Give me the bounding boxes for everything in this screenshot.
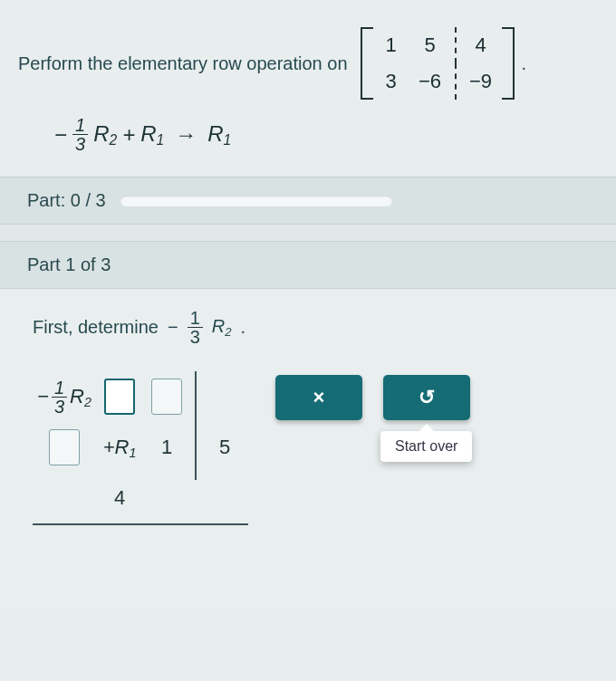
aug-divider <box>455 63 457 100</box>
row2-label: +R1 <box>103 436 137 460</box>
R1-target: R1 <box>207 121 231 149</box>
first-text: First, determine <box>33 317 159 338</box>
expr-num: 1 <box>188 309 203 327</box>
answer-input-1[interactable] <box>104 379 135 415</box>
bracket-left <box>361 27 373 100</box>
aug-line <box>195 371 197 480</box>
frac-num: 1 <box>72 116 88 134</box>
R1-symbol: R1 <box>140 121 164 149</box>
answer-input-2[interactable] <box>151 379 182 415</box>
instruction-line: First, determine − 1 3 R2 . <box>33 309 583 346</box>
progress-section: Part: 0 / 3 <box>0 177 616 225</box>
answer-input-3[interactable] <box>49 429 80 465</box>
work-table: − 1 3 R2 +R1 1 5 4 <box>33 371 248 574</box>
close-icon: × <box>313 386 325 409</box>
progress-label: Part: 0 / 3 <box>27 190 106 211</box>
expr-sign: − <box>168 317 178 338</box>
expr-den: 3 <box>188 327 203 346</box>
expr-frac: 1 3 <box>188 309 203 346</box>
expr-period: . <box>240 317 245 338</box>
bracket-right <box>502 27 515 100</box>
button-panel: × ↺ Start over <box>275 375 472 462</box>
part-header: Part 1 of 3 <box>0 241 616 289</box>
fraction: 1 3 <box>72 116 88 153</box>
arrow-icon: → <box>175 122 197 148</box>
reset-button[interactable]: ↺ <box>383 375 470 420</box>
problem-header: Perform the elementary row operation on … <box>0 0 616 109</box>
close-button[interactable]: × <box>275 375 362 420</box>
row-operation-expression: − 1 3 R2 + R1 → R1 <box>0 109 616 177</box>
m-r1c3: 4 <box>475 34 486 57</box>
row2-v2: 5 <box>219 436 230 459</box>
sum-underline <box>33 523 248 525</box>
part-title: Part 1 of 3 <box>27 254 111 275</box>
augmented-matrix: 1 5 4 3 −6 −9 <box>361 27 515 100</box>
part-body: First, determine − 1 3 R2 . − 1 3 R2 <box>0 289 616 610</box>
m-r1c1: 1 <box>385 34 396 57</box>
period: . <box>522 53 527 74</box>
section-gap <box>0 225 616 241</box>
frac-den: 3 <box>72 134 88 153</box>
plus-sign: + <box>122 122 135 148</box>
row1-label: − 1 3 R2 <box>37 379 91 416</box>
m-r2c1: 3 <box>385 70 396 93</box>
problem-prompt: Perform the elementary row operation on <box>18 53 348 74</box>
row2-v1: 1 <box>161 436 172 459</box>
minus-sign: − <box>54 122 67 148</box>
m-r2c2: −6 <box>419 70 441 93</box>
m-r1c2: 5 <box>424 34 435 57</box>
expr-R2: R2 <box>212 316 232 339</box>
row2-v3: 4 <box>114 486 125 510</box>
m-r2c3: −9 <box>469 70 492 93</box>
reset-icon: ↺ <box>419 386 435 409</box>
reset-tooltip: Start over <box>380 431 472 462</box>
R2-symbol: R2 <box>93 121 117 149</box>
aug-divider <box>455 27 457 63</box>
progress-bar <box>120 196 392 206</box>
